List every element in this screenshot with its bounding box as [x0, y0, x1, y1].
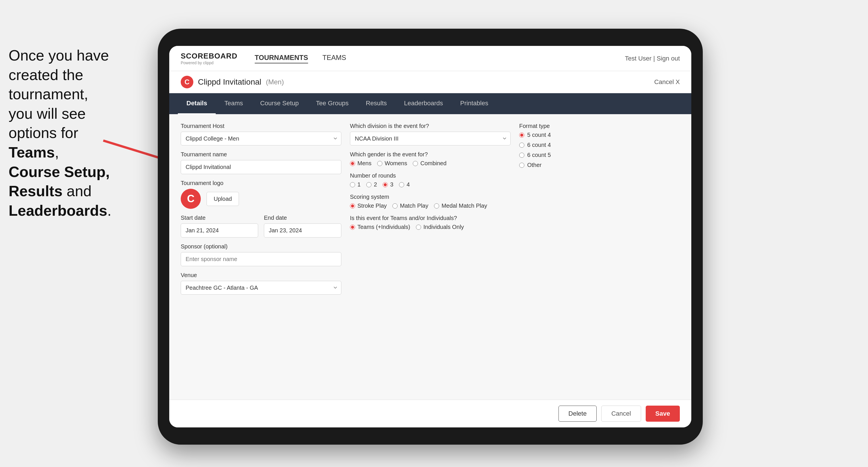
tab-tee-groups[interactable]: Tee Groups [307, 93, 357, 114]
tournament-name-label: Tournament name [181, 151, 341, 158]
nav-left: SCOREBOARD Powered by clippd TOURNAMENTS… [181, 52, 346, 65]
logo-circle: C [181, 189, 201, 209]
sponsor-input[interactable] [181, 252, 341, 266]
left-instruction-text: Once you have created the tournament, yo… [0, 40, 132, 226]
nav-teams[interactable]: TEAMS [322, 54, 346, 63]
rounds-4-label: 4 [406, 181, 410, 188]
format-6count5-label: 6 count 5 [527, 152, 551, 158]
breadcrumb-left: C Clippd Invitational (Men) [181, 76, 284, 88]
gender-combined-label: Combined [420, 160, 446, 167]
breadcrumb-subtitle: (Men) [266, 78, 284, 86]
format-radio-list: 5 count 4 6 count 4 6 count 5 [519, 132, 680, 168]
breadcrumb-title: Clippd Invitational [198, 77, 261, 87]
end-date-input[interactable] [264, 223, 341, 238]
tab-course-setup[interactable]: Course Setup [252, 93, 308, 114]
scoring-medal-label: Medal Match Play [441, 203, 487, 209]
tab-leaderboards[interactable]: Leaderboards [396, 93, 452, 114]
tab-details[interactable]: Details [178, 93, 216, 114]
rounds-4[interactable]: 4 [399, 181, 410, 188]
scoring-match-label: Match Play [400, 203, 428, 209]
form-col-2: Which division is the event for? NCAA Di… [350, 123, 510, 294]
gender-label: Which gender is the event for? [350, 151, 510, 158]
tab-results[interactable]: Results [357, 93, 395, 114]
venue-group: Venue Peachtree GC - Atlanta - GA [181, 272, 341, 294]
division-group: Which division is the event for? NCAA Di… [350, 123, 510, 146]
rounds-3-label: 3 [390, 181, 393, 188]
gender-mens[interactable]: Mens [350, 160, 371, 167]
format-6count5[interactable]: 6 count 5 [519, 152, 680, 158]
sponsor-label: Sponsor (optional) [181, 243, 341, 250]
logo-sub: Powered by clippd [181, 61, 238, 65]
top-nav: SCOREBOARD Powered by clippd TOURNAMENTS… [169, 46, 691, 71]
teams-radio-group: Teams (+Individuals) Individuals Only [350, 224, 510, 230]
form-grid: Tournament Host Clippd College - Men Tou… [181, 123, 680, 294]
cancel-button[interactable]: Cancel [601, 406, 641, 422]
format-5count4-label: 5 count 4 [527, 132, 551, 138]
gender-radio-group: Mens Womens Combined [350, 160, 510, 167]
gender-group: Which gender is the event for? Mens Wome… [350, 151, 510, 167]
start-date-input[interactable] [181, 223, 258, 238]
teams-individuals-group: Is this event for Teams and/or Individua… [350, 215, 510, 230]
scoring-label: Scoring system [350, 194, 510, 200]
tournament-name-group: Tournament name [181, 151, 341, 174]
cancel-x-button[interactable]: Cancel X [654, 78, 680, 86]
gender-womens-label: Womens [385, 160, 407, 167]
scoring-medal-match[interactable]: Medal Match Play [434, 203, 487, 209]
tournament-logo-label: Tournament logo [181, 180, 341, 186]
tournament-logo-group: Tournament logo C Upload [181, 180, 341, 209]
breadcrumb-bar: C Clippd Invitational (Men) Cancel X [169, 71, 691, 93]
tournament-host-select[interactable]: Clippd College - Men [181, 132, 341, 146]
scoring-match-play[interactable]: Match Play [393, 203, 428, 209]
save-button[interactable]: Save [646, 406, 680, 422]
breadcrumb-icon: C [181, 76, 193, 88]
gender-womens[interactable]: Womens [377, 160, 407, 167]
format-other[interactable]: Other [519, 162, 680, 168]
rounds-radio-group: 1 2 3 4 [350, 181, 510, 188]
logo-area: SCOREBOARD Powered by clippd [181, 52, 238, 65]
rounds-3[interactable]: 3 [383, 181, 393, 188]
tournament-host-label: Tournament Host [181, 123, 341, 129]
form-col-1: Tournament Host Clippd College - Men Tou… [181, 123, 341, 294]
venue-label: Venue [181, 272, 341, 279]
scoring-stroke-label: Stroke Play [358, 203, 387, 209]
format-5count4[interactable]: 5 count 4 [519, 132, 680, 138]
end-date-group: End date [264, 215, 341, 238]
date-row: Start date End date [181, 215, 341, 238]
teams-plus-individuals[interactable]: Teams (+Individuals) [350, 224, 410, 230]
action-bar: Delete Cancel Save [169, 400, 691, 428]
format-type-label: Format type [519, 123, 680, 129]
tab-bar: Details Teams Course Setup Tee Groups Re… [169, 93, 691, 114]
delete-button[interactable]: Delete [558, 406, 597, 422]
form-col-3: Format type 5 count 4 6 count 4 [519, 123, 680, 294]
logo-text: SCOREBOARD [181, 52, 238, 61]
rounds-group: Number of rounds 1 2 [350, 173, 510, 188]
venue-select[interactable]: Peachtree GC - Atlanta - GA [181, 281, 341, 294]
division-label: Which division is the event for? [350, 123, 510, 129]
end-date-label: End date [264, 215, 341, 221]
teams-label: Is this event for Teams and/or Individua… [350, 215, 510, 221]
division-select[interactable]: NCAA Division III [350, 132, 510, 146]
individuals-only-label: Individuals Only [424, 224, 464, 230]
gender-combined[interactable]: Combined [413, 160, 446, 167]
sponsor-group: Sponsor (optional) [181, 243, 341, 266]
rounds-1[interactable]: 1 [350, 181, 361, 188]
tournament-host-group: Tournament Host Clippd College - Men [181, 123, 341, 146]
tab-printables[interactable]: Printables [452, 93, 497, 114]
scoring-group: Scoring system Stroke Play Match Play [350, 194, 510, 209]
rounds-2[interactable]: 2 [366, 181, 377, 188]
tablet-frame: SCOREBOARD Powered by clippd TOURNAMENTS… [158, 29, 703, 445]
nav-tournaments[interactable]: TOURNAMENTS [255, 54, 308, 63]
start-date-group: Start date [181, 215, 258, 238]
start-date-label: Start date [181, 215, 258, 221]
upload-button[interactable]: Upload [207, 192, 239, 206]
scoring-stroke-play[interactable]: Stroke Play [350, 203, 387, 209]
individuals-only[interactable]: Individuals Only [416, 224, 464, 230]
tab-teams[interactable]: Teams [216, 93, 252, 114]
tablet-screen: SCOREBOARD Powered by clippd TOURNAMENTS… [169, 46, 691, 428]
tournament-name-input[interactable] [181, 160, 341, 174]
format-6count4[interactable]: 6 count 4 [519, 142, 680, 148]
rounds-2-label: 2 [374, 181, 377, 188]
user-info[interactable]: Test User | Sign out [625, 55, 680, 62]
rounds-label: Number of rounds [350, 173, 510, 179]
format-other-label: Other [527, 162, 541, 168]
